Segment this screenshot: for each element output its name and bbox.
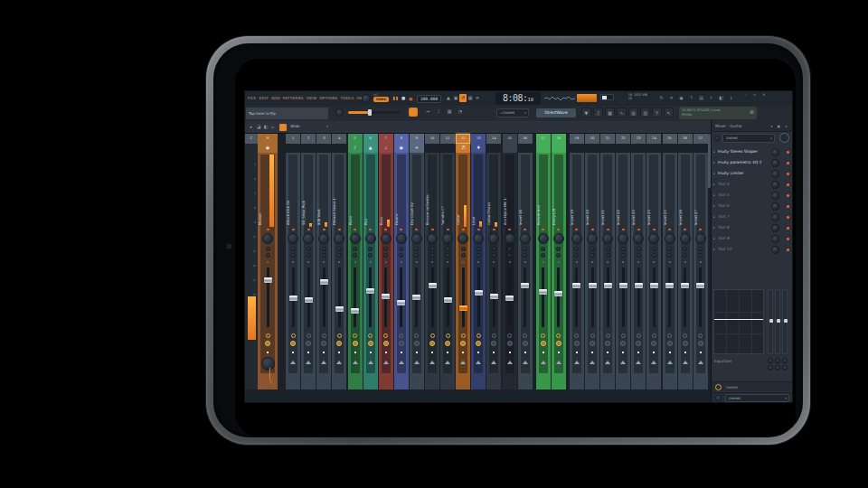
mixer-track-22[interactable]: 22Insert 22: [616, 134, 630, 389]
stereo-sep-knob[interactable]: [667, 247, 672, 251]
mixer-track-3[interactable]: 3808 West: [316, 134, 331, 389]
mute-led[interactable]: [369, 229, 372, 230]
funnel-icon[interactable]: Y: [652, 108, 662, 117]
pan-knob[interactable]: [538, 233, 549, 244]
record-arm-light[interactable]: [383, 341, 389, 346]
eq-freq-knob[interactable]: [768, 365, 773, 371]
slot-mix-knob[interactable]: [771, 148, 779, 156]
track-number[interactable]: 17: [536, 134, 551, 144]
mixer-doc-icon[interactable]: [279, 124, 287, 131]
eq-band-slider-low[interactable]: [768, 289, 773, 354]
slot-enable-led[interactable]: [787, 205, 789, 208]
fx-enable-light[interactable]: [652, 333, 656, 338]
tempo-display[interactable]: 100.000: [417, 95, 441, 103]
eq-freq-knob[interactable]: [775, 358, 780, 363]
solo-icon[interactable]: ◧: [262, 123, 269, 131]
route-arrow[interactable]: [306, 361, 311, 364]
effect-slot-label[interactable]: Slot 9: [718, 236, 729, 240]
fader-handle[interactable]: [650, 283, 658, 288]
effect-slot-6[interactable]: ▸Slot 6: [712, 201, 792, 211]
fader-handle[interactable]: [604, 283, 612, 288]
fader-track[interactable]: [400, 267, 402, 327]
mixer-track-M[interactable]: M◉Master: [258, 134, 278, 389]
arrow-right-icon[interactable]: →: [422, 108, 433, 116]
mixer-track-2[interactable]: 2SD_Snap_Pack: [301, 134, 316, 389]
plugin-icon[interactable]: ♯: [706, 94, 716, 102]
fx-enable-light[interactable]: [590, 333, 595, 338]
slot-enable-led[interactable]: [787, 216, 789, 219]
track-number[interactable]: M: [258, 134, 278, 144]
send-knob[interactable]: [492, 253, 496, 258]
record-arm-light[interactable]: [507, 341, 513, 346]
record-arm-light[interactable]: [667, 341, 673, 346]
mixer-track-16[interactable]: 16Insert 16: [518, 134, 533, 389]
track-number[interactable]: 26: [678, 134, 693, 144]
track-strip-body[interactable]: Lead: [471, 153, 486, 389]
globe-icon[interactable]: ⊕: [750, 109, 754, 114]
menu-caret-icon[interactable]: ▸: [248, 123, 255, 131]
window-controls[interactable]: – ▫ ✕: [745, 92, 769, 97]
fx-enable-light[interactable]: [446, 333, 450, 338]
fader-track[interactable]: [591, 267, 594, 327]
step-seq-icon[interactable]: ▦: [605, 108, 615, 117]
mute-led[interactable]: [292, 229, 295, 230]
mute-led[interactable]: [323, 229, 326, 230]
effect-slot-1[interactable]: ▸Fruity Stereo Shaper: [712, 146, 792, 157]
fader-track[interactable]: [699, 267, 702, 327]
fader-handle[interactable]: [366, 288, 374, 294]
fx-enable-light[interactable]: [266, 333, 270, 338]
browser-icon[interactable]: ▧: [640, 108, 650, 117]
master-volume-slider[interactable]: [348, 111, 401, 114]
track-strip-body[interactable]: Reverb Hall: [536, 153, 551, 389]
fx-enable-light[interactable]: [606, 333, 610, 338]
menu-item-file[interactable]: FILE: [248, 91, 256, 106]
save-icon[interactable]: ▤: [696, 94, 706, 102]
record-arm-light[interactable]: [429, 341, 435, 346]
effect-slot-4[interactable]: ▸Slot 4: [712, 179, 792, 190]
mixer-track-6[interactable]: 6▲Pad: [363, 134, 378, 389]
fader-handle[interactable]: [305, 297, 313, 303]
fader-handle[interactable]: [264, 277, 272, 283]
eq-freq-knob[interactable]: [782, 365, 788, 371]
countdown-icon[interactable]: ↺: [459, 94, 467, 102]
pan-knob[interactable]: [602, 233, 613, 244]
route-arrow[interactable]: [445, 361, 450, 364]
route-arrow[interactable]: [556, 361, 561, 364]
track-number[interactable]: 1: [286, 134, 300, 144]
pan-knob[interactable]: [381, 233, 392, 244]
sync-icon[interactable]: ↻: [656, 94, 666, 102]
stereo-sep-knob[interactable]: [590, 247, 595, 251]
stereo-sep-knob[interactable]: [266, 247, 270, 251]
slot-enable-led[interactable]: [787, 249, 789, 251]
route-arrow[interactable]: [636, 361, 641, 364]
send-knob[interactable]: [637, 253, 641, 258]
track-number[interactable]: 9: [410, 134, 424, 144]
mute-led[interactable]: [591, 229, 594, 230]
fader-handle[interactable]: [681, 283, 689, 288]
record-arm-light[interactable]: [414, 341, 420, 346]
send-knob[interactable]: [266, 253, 270, 258]
fader-track[interactable]: [607, 267, 609, 327]
mixer-track-14[interactable]: 14GuitarChorus: [486, 134, 501, 389]
slot-mix-knob[interactable]: [771, 202, 779, 211]
mixer-track-25[interactable]: 25Insert 25: [663, 134, 677, 389]
fader-handle[interactable]: [412, 295, 420, 300]
effect-slot-label[interactable]: Fruity Limiter: [718, 171, 744, 175]
track-strip-body[interactable]: SD_Snap_Pack: [301, 153, 316, 389]
track-number[interactable]: 27: [693, 134, 708, 144]
stereo-sep-knob[interactable]: [476, 247, 481, 251]
track-strip-body[interactable]: Insert 22: [616, 153, 630, 389]
fader-handle[interactable]: [572, 283, 580, 288]
route-arrow[interactable]: [507, 361, 513, 364]
fader-handle[interactable]: [505, 296, 514, 301]
track-number[interactable]: 20: [585, 134, 599, 144]
song-mode-button[interactable]: SONG: [373, 97, 389, 102]
slide-note-icon[interactable]: ♪: [433, 108, 444, 116]
send-knob[interactable]: [621, 253, 626, 258]
fx-enable-light[interactable]: [667, 333, 672, 338]
send-knob[interactable]: [337, 253, 342, 258]
menu-item-add[interactable]: ADD: [271, 91, 280, 106]
fader-handle[interactable]: [351, 308, 359, 314]
mute-led[interactable]: [668, 229, 671, 230]
route-arrow[interactable]: [460, 361, 466, 364]
